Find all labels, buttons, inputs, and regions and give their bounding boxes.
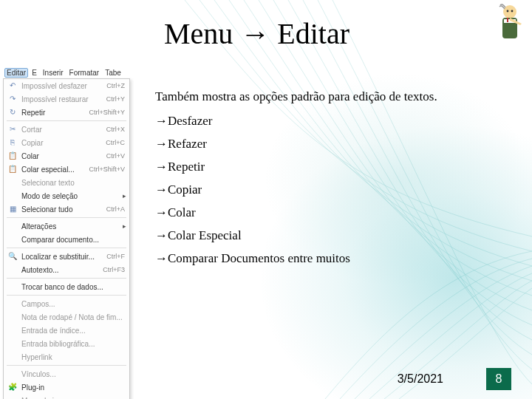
menu-item-label: Plug-in <box>21 383 129 392</box>
menu-item: Entrada bibliográfica... <box>4 337 129 350</box>
arrow-icon: → <box>155 205 168 219</box>
avatar <box>494 3 526 44</box>
menu-item-label: Modo de seleção <box>21 192 129 200</box>
menu-item-label: Hyperlink <box>21 353 129 361</box>
menu-item[interactable]: Autotexto...Ctrl+F3 <box>4 263 129 276</box>
menu-item-label: Comparar documento... <box>21 236 129 244</box>
menu-item: ✂CortarCtrl+X <box>4 123 129 136</box>
menu-item-label: Alterações <box>21 222 129 231</box>
menu-item-icon: ✂ <box>7 124 18 134</box>
menu-item-icon: 🔍 <box>7 251 18 262</box>
menu-item-label: Selecionar tudo <box>21 205 106 214</box>
menu-item-label: Entrada de índice... <box>21 327 129 335</box>
menu-item-label: Autotexto... <box>21 266 103 274</box>
bullet-text: Desfazer <box>168 114 212 128</box>
submenu-arrow-icon: ▸ <box>123 192 126 200</box>
bullet-line: →Repetir <box>155 159 510 176</box>
arrow-icon: → <box>155 160 168 174</box>
bullet-text: Copiar <box>168 183 202 197</box>
menu-item-label: Repetir <box>21 109 89 117</box>
menu-item-icon <box>7 325 18 335</box>
menu-item-shortcut: Ctrl+A <box>106 205 129 213</box>
menu-item-label: Mapa de imagem <box>21 397 129 400</box>
svg-point-4 <box>507 10 509 13</box>
menu-item: Campos... <box>4 297 129 310</box>
menu-item-icon <box>7 299 18 309</box>
menu-item-label: Trocar banco de dados... <box>21 283 129 291</box>
menu-item[interactable]: Modo de seleção▸ <box>4 189 129 202</box>
menu-separator <box>7 248 126 248</box>
menu-item-shortcut: Ctrl+Y <box>106 95 129 103</box>
menu-item[interactable]: ▦Selecionar tudoCtrl+A <box>4 202 129 216</box>
menu-separator <box>7 278 126 279</box>
menu-item-icon <box>7 395 18 399</box>
menu-item[interactable]: 📋Colar especial...Ctrl+Shift+V <box>4 163 129 176</box>
menu-item-icon <box>7 369 18 379</box>
bullet-text: Colar <box>168 205 196 219</box>
slide-date: 3/5/2021 <box>398 372 443 386</box>
menu-item-shortcut: Ctrl+X <box>106 126 129 133</box>
menu-item: Mapa de imagem <box>4 394 129 399</box>
menu-item-label: Nota de rodapé / Nota de fim... <box>21 313 129 321</box>
arrow-icon: → <box>155 137 168 151</box>
menubar-item[interactable]: Editar <box>4 68 28 78</box>
app-menubar: EditarEInserirFormatarTabe <box>3 66 129 79</box>
menubar-item[interactable]: Formatar <box>67 68 102 78</box>
bullet-text: Refazer <box>168 137 207 151</box>
menu-item-icon: ▦ <box>7 204 18 214</box>
menu-item-icon: ⎘ <box>7 137 18 148</box>
menu-item[interactable]: 🔍Localizar e substituir...Ctrl+F <box>4 250 129 263</box>
menu-item-label: Cortar <box>21 126 106 134</box>
menu-item-label: Colar especial... <box>21 166 89 174</box>
intro-text: Também mostra as opções padrão para ediç… <box>155 89 510 106</box>
menubar-item[interactable]: Tabe <box>103 68 123 78</box>
menu-item-label: Entrada bibliográfica... <box>21 340 129 348</box>
svg-rect-3 <box>507 18 508 22</box>
menu-separator <box>7 295 126 296</box>
menu-item-shortcut: Ctrl+Shift+Y <box>89 109 129 116</box>
menu-item-icon <box>7 338 18 349</box>
menu-item-label: Copiar <box>21 139 106 147</box>
menu-item[interactable]: Comparar documento... <box>4 233 129 246</box>
menu-item-label: Localizar e substituir... <box>21 253 106 261</box>
menu-separator <box>7 217 126 218</box>
menu-item[interactable]: 🧩Plug-in <box>4 381 129 394</box>
slide-body: Também mostra as opções padrão para ediç… <box>155 89 510 273</box>
menu-item: Hyperlink <box>4 350 129 364</box>
menu-item-label: Campos... <box>21 300 129 308</box>
menu-item[interactable]: 📋ColarCtrl+V <box>4 149 129 163</box>
menu-item-label: Colar <box>21 152 106 160</box>
menu-item-shortcut: Ctrl+Z <box>106 82 129 89</box>
menu-item-icon <box>7 352 18 362</box>
submenu-arrow-icon: ▸ <box>123 222 126 230</box>
menu-item-icon: ↷ <box>7 94 18 104</box>
menu-item[interactable]: Trocar banco de dados... <box>4 280 129 293</box>
menu-item-icon <box>7 282 18 292</box>
svg-point-5 <box>511 10 514 13</box>
menu-item[interactable]: ↻RepetirCtrl+Shift+Y <box>4 106 129 119</box>
menu-item-icon: 📋 <box>7 151 18 161</box>
menu-item[interactable]: Alterações▸ <box>4 219 129 233</box>
menu-item-icon: 📋 <box>7 164 18 174</box>
menu-item-icon <box>7 177 18 188</box>
arrow-icon: → <box>155 228 168 242</box>
menu-item-icon: ↶ <box>7 81 18 91</box>
bullet-line: →Refazer <box>155 136 510 153</box>
menubar-item[interactable]: E <box>30 68 39 78</box>
menu-item-shortcut: Ctrl+C <box>106 139 129 146</box>
bullet-line: →Comparar Documentos entre muitos <box>155 250 510 267</box>
slide-title: Menu → Editar <box>164 16 349 51</box>
edit-menu-panel: ↶Impossível desfazerCtrl+Z↷Impossível re… <box>3 78 130 399</box>
menu-item-label: Impossível desfazer <box>21 82 106 90</box>
bullet-text: Repetir <box>168 160 205 174</box>
menu-item-shortcut: Ctrl+V <box>106 152 129 160</box>
menu-separator <box>7 120 126 121</box>
menu-item: Nota de rodapé / Nota de fim... <box>4 310 129 324</box>
menubar-item[interactable]: Inserir <box>41 68 66 78</box>
page-number-badge: 8 <box>486 368 511 390</box>
bullet-line: →Colar <box>155 205 510 222</box>
menu-item-icon <box>7 234 18 245</box>
bullet-text: Colar Especial <box>168 228 242 242</box>
menu-item: ↶Impossível desfazerCtrl+Z <box>4 79 129 92</box>
arrow-icon: → <box>155 114 168 128</box>
